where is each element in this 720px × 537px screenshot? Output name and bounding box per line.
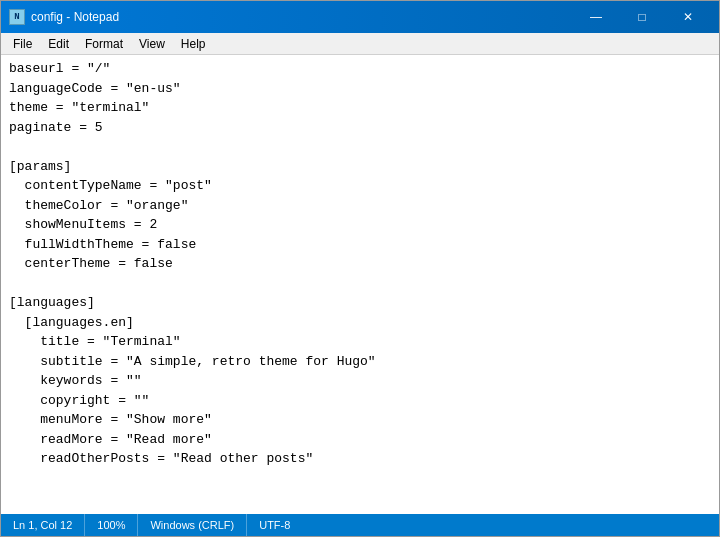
menu-help[interactable]: Help xyxy=(173,35,214,53)
cursor-position: Ln 1, Col 12 xyxy=(1,514,85,536)
minimize-button[interactable]: — xyxy=(573,7,619,27)
window-title: config - Notepad xyxy=(31,10,119,24)
line-endings: Windows (CRLF) xyxy=(138,514,247,536)
menu-view[interactable]: View xyxy=(131,35,173,53)
title-bar-left: N config - Notepad xyxy=(9,9,119,25)
menu-edit[interactable]: Edit xyxy=(40,35,77,53)
menu-bar: File Edit Format View Help xyxy=(1,33,719,55)
editor-area[interactable]: baseurl = "/" languageCode = "en-us" the… xyxy=(1,55,719,514)
close-button[interactable]: ✕ xyxy=(665,7,711,27)
menu-file[interactable]: File xyxy=(5,35,40,53)
app-icon-label: N xyxy=(14,12,19,22)
notepad-window: N config - Notepad — □ ✕ File Edit Forma… xyxy=(0,0,720,537)
menu-format[interactable]: Format xyxy=(77,35,131,53)
title-bar: N config - Notepad — □ ✕ xyxy=(1,1,719,33)
maximize-button[interactable]: □ xyxy=(619,7,665,27)
app-icon: N xyxy=(9,9,25,25)
zoom-level: 100% xyxy=(85,514,138,536)
status-bar: Ln 1, Col 12 100% Windows (CRLF) UTF-8 xyxy=(1,514,719,536)
encoding: UTF-8 xyxy=(247,514,302,536)
window-controls: — □ ✕ xyxy=(573,7,711,27)
